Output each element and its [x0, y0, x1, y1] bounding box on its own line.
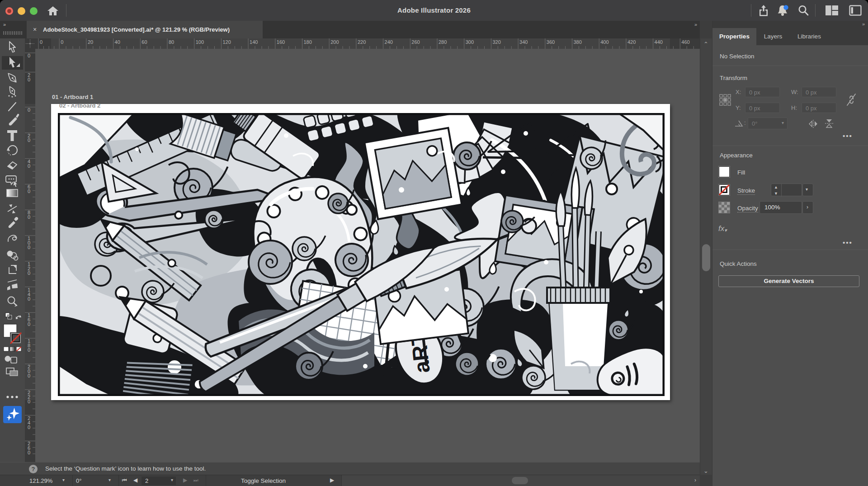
- svg-text:0: 0: [28, 245, 30, 250]
- svg-text:0: 0: [28, 189, 30, 194]
- svg-text:460: 460: [681, 39, 689, 45]
- svg-text:40: 40: [115, 39, 120, 45]
- svg-text:420: 420: [627, 39, 636, 45]
- svg-text:260: 260: [411, 39, 420, 45]
- svg-text:280: 280: [439, 39, 447, 45]
- svg-text:0: 0: [28, 53, 30, 58]
- svg-text:100: 100: [196, 39, 204, 45]
- svg-text:160: 160: [277, 39, 285, 45]
- svg-text:220: 220: [358, 39, 366, 45]
- svg-text:200: 200: [330, 39, 339, 45]
- svg-text:0: 0: [28, 373, 30, 378]
- svg-text:80: 80: [169, 39, 174, 45]
- svg-text:120: 120: [222, 39, 231, 45]
- svg-text:0: 0: [28, 425, 30, 430]
- svg-text:0: 0: [28, 77, 30, 82]
- svg-text:380: 380: [574, 39, 582, 45]
- svg-text:360: 360: [547, 39, 555, 45]
- svg-text:0: 0: [28, 296, 30, 302]
- svg-text:0: 0: [28, 270, 30, 276]
- svg-text:0: 0: [28, 399, 30, 404]
- svg-text:0: 0: [28, 214, 30, 220]
- svg-text:340: 340: [519, 39, 528, 45]
- svg-text:20: 20: [88, 39, 93, 45]
- svg-text:0: 0: [28, 450, 30, 455]
- svg-text:0: 0: [40, 39, 42, 45]
- svg-text:0: 0: [28, 321, 30, 327]
- svg-text:0: 0: [61, 39, 63, 45]
- svg-text:240: 240: [385, 39, 393, 45]
- svg-text:300: 300: [466, 39, 474, 45]
- svg-text:440: 440: [655, 39, 663, 45]
- svg-text:400: 400: [600, 39, 609, 45]
- svg-text:0: 0: [28, 347, 30, 353]
- svg-text:180: 180: [304, 39, 312, 45]
- svg-text:320: 320: [492, 39, 500, 45]
- svg-text:0: 0: [28, 107, 30, 113]
- svg-text:140: 140: [250, 39, 258, 45]
- svg-text:60: 60: [142, 39, 147, 45]
- svg-text:0: 0: [28, 137, 30, 143]
- svg-text:0: 0: [28, 163, 30, 169]
